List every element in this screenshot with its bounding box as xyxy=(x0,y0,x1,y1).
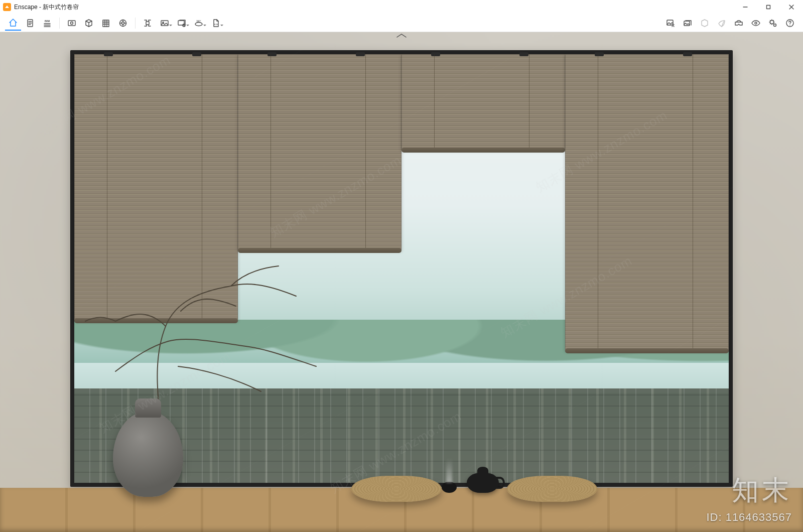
panorama-button[interactable]: 360° xyxy=(191,16,207,31)
titlebar: Enscape - 新中式竹卷帘 xyxy=(0,0,803,14)
help-button[interactable] xyxy=(782,16,798,31)
svg-point-40 xyxy=(789,25,790,26)
scene-blind-4 xyxy=(565,54,729,350)
toolbar: BIM 360° EXE xyxy=(0,14,803,32)
svg-point-30 xyxy=(195,22,202,26)
collaboration-button[interactable] xyxy=(115,16,131,31)
scene-incense-smoke xyxy=(446,448,452,483)
toolbar-separator xyxy=(135,18,136,29)
general-settings-button[interactable] xyxy=(765,16,781,31)
svg-point-13 xyxy=(71,22,73,24)
svg-rect-1 xyxy=(767,6,770,9)
footer-brand: 知末 xyxy=(732,472,792,509)
svg-rect-25 xyxy=(146,22,149,25)
visual-settings-button[interactable] xyxy=(748,16,764,31)
minimize-button[interactable] xyxy=(734,0,757,14)
document-button[interactable] xyxy=(22,16,38,31)
batch-render-button[interactable] xyxy=(174,16,190,31)
orbit-button[interactable] xyxy=(697,16,713,31)
svg-text:360°: 360° xyxy=(196,20,201,23)
svg-rect-14 xyxy=(103,20,109,27)
scene-floor-cushion-left xyxy=(351,476,442,502)
svg-point-36 xyxy=(755,22,757,24)
vr-button[interactable] xyxy=(731,16,747,31)
enscape-app-icon xyxy=(3,3,11,11)
window-controls xyxy=(734,0,803,14)
scene-blind-2 xyxy=(238,54,401,250)
view-management-button[interactable] xyxy=(64,16,80,31)
toolbar-separator xyxy=(59,18,60,29)
scene-blind-1 xyxy=(74,54,238,320)
render-image-button[interactable] xyxy=(157,16,173,31)
bim-button[interactable]: BIM xyxy=(39,16,55,31)
site-context-button[interactable] xyxy=(98,16,114,31)
asset-library-button[interactable] xyxy=(81,16,97,31)
save-image-button[interactable] xyxy=(662,16,679,31)
footer-id: ID: 1164633567 xyxy=(706,511,792,524)
app-title: Enscape - 新中式竹卷帘 xyxy=(14,3,79,12)
exe-export-button[interactable]: EXE xyxy=(208,16,224,31)
scene-incense-holder xyxy=(442,482,457,493)
gallery-button[interactable] xyxy=(680,16,696,31)
render-viewport[interactable]: 知末网 www.znzmo.com 知末网 www.znzmo.com 知末网 … xyxy=(0,32,803,532)
titlebar-left: Enscape - 新中式竹卷帘 xyxy=(3,3,79,12)
app-window: Enscape - 新中式竹卷帘 BIM xyxy=(0,0,803,532)
scene-blind-3 xyxy=(401,54,565,150)
svg-point-38 xyxy=(774,24,776,26)
maximize-button[interactable] xyxy=(757,0,780,14)
close-button[interactable] xyxy=(780,0,803,14)
svg-text:BIM: BIM xyxy=(45,20,50,23)
svg-text:EXE: EXE xyxy=(214,23,218,26)
vegetation-button[interactable] xyxy=(714,16,730,31)
home-button[interactable] xyxy=(5,16,21,31)
expand-toolbar-handle[interactable] xyxy=(396,32,407,41)
scene-vase xyxy=(113,412,183,497)
scene-teapot xyxy=(467,473,499,493)
svg-point-20 xyxy=(122,22,124,24)
screenshot-button[interactable] xyxy=(140,16,156,31)
scene-floor-cushion-right xyxy=(507,476,597,502)
svg-rect-12 xyxy=(68,21,75,26)
